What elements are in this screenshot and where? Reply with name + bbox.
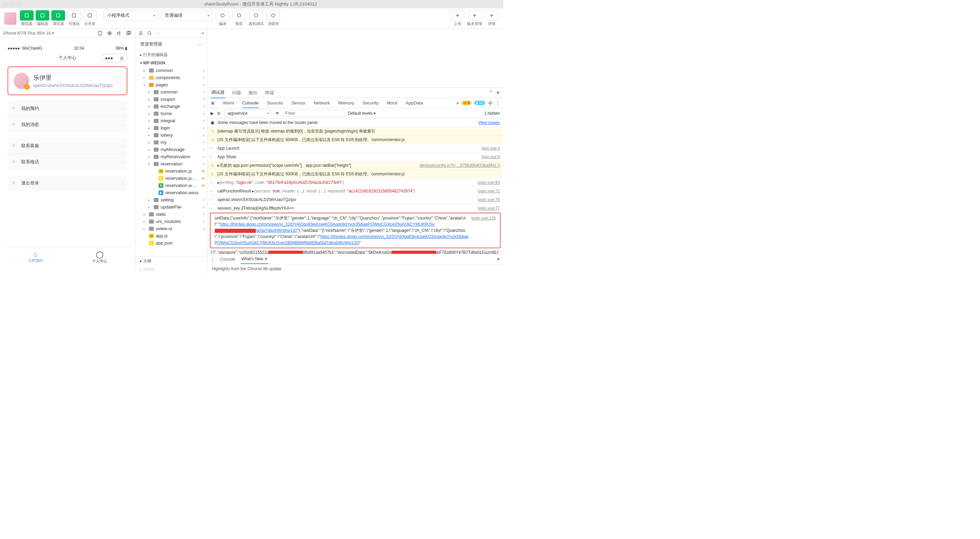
folder-item[interactable]: components	[135, 74, 207, 81]
info-count-badge[interactable]: ▮ 16	[474, 101, 485, 105]
close-panel-icon[interactable]: ✕	[496, 90, 500, 95]
menu-item[interactable]: ☆联系客服›	[8, 138, 127, 154]
folder-item[interactable]: uni_modules	[135, 218, 207, 225]
panel-tab[interactable]: 问题	[231, 87, 242, 98]
action-btn-3[interactable]	[266, 10, 280, 21]
devtools-tab[interactable]: Network	[313, 100, 330, 105]
devtools-tab[interactable]: Console	[242, 100, 259, 108]
level-select[interactable]: Default levels ▾	[348, 111, 375, 116]
clear-icon[interactable]: ⊘	[217, 111, 221, 116]
devtools-tab[interactable]: Wxml	[223, 100, 234, 105]
close-window[interactable]	[3, 2, 8, 6]
folder-item[interactable]: myReservation	[135, 153, 207, 160]
eye-icon[interactable]: 👁	[275, 111, 279, 116]
drawer-tab-console[interactable]: Console	[220, 255, 236, 264]
file-item[interactable]: {}app.json	[135, 239, 207, 246]
log-source-link[interactable]: devtoolsconfig.js?t=…9756d564f23ba9f41:3	[420, 162, 500, 169]
toolbar-btn-0[interactable]	[20, 10, 33, 21]
opened-editors-section[interactable]: ▸ 打开的编辑器	[135, 51, 207, 59]
log-source-link[interactable]: login.vue:72	[478, 188, 500, 194]
device-selector[interactable]: iPhone 6/7/8 Plus 85% 16	[3, 31, 51, 36]
list-icon[interactable]	[138, 30, 143, 36]
file-item[interactable]: ◧reservation.wxss	[135, 189, 207, 196]
right-btn-0[interactable]	[450, 10, 464, 21]
record-icon[interactable]	[107, 30, 112, 36]
file-item[interactable]: JSapp.js	[135, 232, 207, 239]
toolbar-btn-3[interactable]	[67, 10, 81, 21]
folder-item[interactable]: static	[135, 211, 207, 218]
toolbar-btn-2[interactable]	[51, 10, 65, 21]
project-root[interactable]: ▾ MP-WEIXIN	[135, 59, 207, 67]
devtools-tab[interactable]: Memory	[338, 100, 355, 105]
folder-item[interactable]: common	[135, 67, 207, 74]
right-btn-2[interactable]	[485, 10, 499, 21]
outline-section[interactable]: ▸ 大纲	[135, 256, 207, 266]
minimize-window[interactable]	[10, 2, 14, 6]
view-issues-link[interactable]: View issues	[478, 119, 500, 126]
action-btn-1[interactable]	[232, 10, 246, 21]
file-item[interactable]: ⬍reservation.w…M	[135, 182, 207, 189]
log-source-link[interactable]: App.vue:4	[481, 145, 500, 151]
hidden-count[interactable]: 1 hidden	[484, 111, 500, 116]
inspect-icon[interactable]: ▣	[211, 100, 215, 105]
panel-tab[interactable]: 输出	[248, 87, 258, 98]
folder-item[interactable]: uview-ui	[135, 225, 207, 232]
tabbar-item[interactable]: ⌂立即预约	[3, 248, 67, 266]
run-icon[interactable]: ▶	[211, 111, 214, 116]
mode-select[interactable]: 小程序模式	[103, 10, 158, 21]
right-btn-1[interactable]	[468, 10, 481, 21]
folder-item[interactable]: login	[135, 124, 207, 132]
folder-item[interactable]: coupon	[135, 95, 207, 103]
log-source-link[interactable]: login.vue:77	[478, 205, 500, 211]
collapse-panel-icon[interactable]: ⌃	[489, 90, 493, 95]
file-item[interactable]: JSreservation.jsM	[135, 167, 207, 175]
folder-item[interactable]: reservation	[135, 160, 207, 167]
action-btn-0[interactable]	[216, 10, 229, 21]
devtools-tab[interactable]: Sources	[267, 100, 283, 105]
menu-item[interactable]: ☆联系电话›	[8, 154, 127, 170]
project-avatar[interactable]	[4, 12, 16, 25]
folder-item[interactable]: updateFile	[135, 204, 207, 211]
capsule-close[interactable]: ◎	[116, 54, 127, 62]
folder-item[interactable]: pages	[135, 81, 207, 88]
compile-select[interactable]: 普通编译	[161, 10, 212, 21]
devtools-tab[interactable]: AppData	[406, 100, 423, 105]
timeline-section[interactable]: ▸ 时间线	[135, 266, 207, 273]
device-icon[interactable]	[97, 30, 103, 36]
panel-tab[interactable]: 终端	[264, 87, 275, 98]
devtools-tab[interactable]: Sensor	[291, 100, 305, 105]
log-source-link[interactable]: login.vue:76	[478, 197, 500, 203]
action-btn-2[interactable]	[249, 10, 263, 21]
menu-item[interactable]: ☆退出登录›	[8, 175, 127, 191]
folder-item[interactable]: lottery	[135, 132, 207, 139]
drawer-kebab-icon[interactable]: ⋮	[211, 257, 215, 262]
folder-item[interactable]: home	[135, 110, 207, 117]
more-icon[interactable]: ⋯	[156, 30, 160, 36]
search-icon[interactable]	[147, 30, 153, 36]
panel-tab[interactable]: 调试器	[211, 87, 225, 98]
folder-item[interactable]: my	[135, 139, 207, 146]
menu-item[interactable]: ☆我的消息›	[8, 117, 127, 132]
detach-icon[interactable]	[126, 30, 132, 36]
folder-item[interactable]: common	[135, 88, 207, 95]
capsule-menu[interactable]: ●●●	[101, 54, 116, 62]
folder-item[interactable]: exchange	[135, 103, 207, 110]
folder-item[interactable]: myMessage	[135, 146, 207, 153]
explorer-menu-icon[interactable]: ⋯	[197, 42, 202, 47]
folder-item[interactable]: integral	[135, 117, 207, 124]
fullscreen-icon[interactable]: ⛶	[117, 78, 121, 84]
settings-icon[interactable]	[488, 100, 493, 106]
drawer-close-icon[interactable]: ✕	[496, 257, 500, 262]
drawer-tab-whatsnew[interactable]: What's New ✕	[241, 254, 269, 264]
file-item[interactable]: {}reservation.js…M	[135, 175, 207, 182]
log-source-link[interactable]: login.vue:115	[471, 215, 496, 221]
tabbar-item[interactable]: ◯个人中心	[67, 248, 132, 266]
filter-input[interactable]	[283, 110, 344, 117]
devtools-tab[interactable]: Security	[363, 100, 379, 105]
menu-item[interactable]: ☆我的预约›	[8, 101, 127, 117]
user-card[interactable]: 乐伊里 openID:ohwVc5XSIzdcALDZWirUaoTQzipo …	[8, 67, 127, 95]
maximize-window[interactable]	[17, 2, 21, 6]
mute-icon[interactable]	[116, 30, 122, 36]
toolbar-btn-4[interactable]	[83, 10, 97, 21]
folder-item[interactable]: setting	[135, 196, 207, 204]
